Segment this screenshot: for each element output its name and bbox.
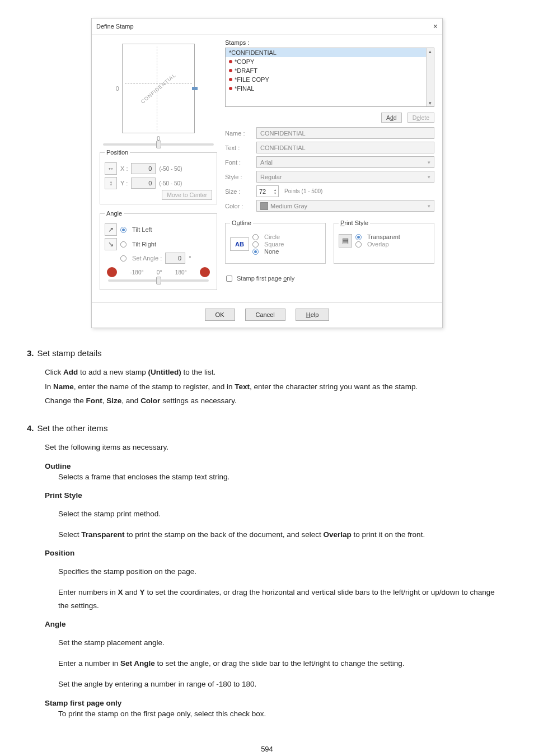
preview-zero-v: 0 xyxy=(116,86,119,92)
color-select[interactable]: Medium Gray▾ xyxy=(256,200,434,212)
chevron-down-icon: ▾ xyxy=(429,100,432,106)
x-field[interactable]: 0 xyxy=(131,163,156,174)
printstyle-icon: ▤ xyxy=(339,234,352,248)
stamp-preview: CONFIDENTIAL 0 0 xyxy=(122,44,195,133)
def-angle-term: Angle xyxy=(45,620,507,628)
size-hint: Points (1 - 500) xyxy=(284,188,322,194)
list-item[interactable]: *FILE COPY xyxy=(226,75,434,84)
stamps-listbox[interactable]: *CONFIDENTIAL *COPY *DRAFT *FILE COPY *F… xyxy=(225,48,434,107)
outline-square-radio[interactable] xyxy=(252,241,259,248)
tilt-right-label: Tilt Right xyxy=(132,241,156,248)
list-item[interactable]: *COPY xyxy=(226,57,434,66)
transparent-label: Transparent xyxy=(367,234,400,240)
angle-legend: Angle xyxy=(105,210,124,217)
y-icon: ↕ xyxy=(105,177,117,189)
step-4: 4.Set the other items Set the following … xyxy=(27,423,507,720)
first-page-only-row: Stamp first page only xyxy=(226,275,433,282)
y-range: (-50 - 50) xyxy=(159,180,182,186)
def-printstyle-term: Print Style xyxy=(45,491,507,500)
outline-circle-label: Circle xyxy=(264,234,280,240)
def-angle-desc: Set the stamp placement angle. Enter a n… xyxy=(58,636,507,691)
dialog-title: Define Stamp xyxy=(96,23,134,30)
tilt-right-radio[interactable] xyxy=(120,241,127,248)
outline-square-label: Square xyxy=(264,241,284,248)
def-position-term: Position xyxy=(45,549,507,557)
printstyle-group: Print Style ▤ Transparent Overlap xyxy=(334,220,434,264)
chevron-down-icon: ▾ xyxy=(428,203,430,209)
outline-group: Outline AB Circle Square None xyxy=(225,220,326,264)
printstyle-legend: Print Style xyxy=(339,220,370,226)
delete-button[interactable]: Delete xyxy=(407,113,434,123)
help-button[interactable]: Help xyxy=(296,309,330,321)
steps-list: 3.Set stamp details Click Add to add a n… xyxy=(27,348,507,720)
dialog-titlebar: Define Stamp × xyxy=(92,18,442,35)
first-page-only-label: Stamp first page only xyxy=(237,275,294,282)
cancel-button[interactable]: Cancel xyxy=(245,309,285,321)
add-button[interactable]: Add xyxy=(381,113,402,123)
preview-text: CONFIDENTIAL xyxy=(140,72,177,105)
left-column: CONFIDENTIAL 0 0 Position ↔ X : 0 (-50 -… xyxy=(100,39,217,296)
text-label: Text : xyxy=(225,144,251,151)
tilt-left-icon: ↗ xyxy=(105,223,117,236)
name-field[interactable]: CONFIDENTIAL xyxy=(256,127,434,139)
preview-h-slider[interactable] xyxy=(100,143,217,146)
font-select[interactable]: Arial▾ xyxy=(256,156,434,168)
def-firstpage-desc: To print the stamp on the first page onl… xyxy=(58,707,507,721)
close-icon[interactable]: × xyxy=(433,22,438,31)
preview-handle[interactable] xyxy=(192,87,198,90)
stamps-label: Stamps : xyxy=(225,39,434,46)
step-3: 3.Set stamp details Click Add to add a n… xyxy=(27,348,507,408)
color-swatch-icon xyxy=(260,202,268,210)
dialog-body: CONFIDENTIAL 0 0 Position ↔ X : 0 (-50 -… xyxy=(92,35,442,302)
definitions: Outline Selects a frame that encloses th… xyxy=(45,462,507,721)
angle-slider[interactable] xyxy=(105,279,212,282)
def-firstpage-term: Stamp first page only xyxy=(45,699,507,707)
text-field[interactable]: CONFIDENTIAL xyxy=(256,142,434,153)
position-legend: Position xyxy=(105,149,130,156)
y-field[interactable]: 0 xyxy=(131,178,156,189)
chevron-down-icon: ▾ xyxy=(428,160,430,165)
position-group: Position ↔ X : 0 (-50 - 50) ↕ Y : 0 (-50… xyxy=(100,149,217,204)
set-angle-label: Set Angle : xyxy=(132,255,162,262)
outline-none-label: None xyxy=(264,248,279,255)
angle-dial-right-icon xyxy=(200,267,210,277)
x-range: (-50 - 50) xyxy=(159,166,182,172)
def-position-desc: Specifies the stamp position on the page… xyxy=(58,565,507,612)
chevron-up-icon: ▴ xyxy=(429,49,432,54)
set-angle-radio[interactable] xyxy=(120,255,127,262)
angle-dial-left-icon xyxy=(107,267,117,277)
page-number: 594 xyxy=(27,745,507,753)
move-to-center-button[interactable]: Move to Center xyxy=(162,190,212,200)
transparent-radio[interactable] xyxy=(355,234,362,240)
name-label: Name : xyxy=(225,130,251,137)
font-label: Font : xyxy=(225,159,251,166)
list-item[interactable]: *CONFIDENTIAL xyxy=(226,48,434,57)
list-scrollbar[interactable]: ▴▾ xyxy=(426,48,434,106)
x-icon: ↔ xyxy=(105,162,117,175)
step-4-intro: Set the following items as necessary. xyxy=(45,441,507,454)
define-stamp-dialog: Define Stamp × CONFIDENTIAL 0 0 Position xyxy=(91,18,443,328)
def-printstyle-desc: Select the stamp print method. Select Tr… xyxy=(58,507,507,542)
step-4-header: 4.Set the other items xyxy=(27,423,507,433)
ok-button[interactable]: OK xyxy=(205,309,235,321)
outline-none-radio[interactable] xyxy=(252,249,259,255)
outline-preview-icon: AB xyxy=(230,237,249,251)
size-label: Size : xyxy=(225,188,251,195)
right-column: Stamps : *CONFIDENTIAL *COPY *DRAFT *FIL… xyxy=(225,39,434,296)
set-angle-field[interactable]: 0 xyxy=(165,253,185,264)
dialog-footer: OK Cancel Help xyxy=(92,302,442,328)
step-3-header: 3.Set stamp details xyxy=(27,348,507,358)
first-page-only-checkbox[interactable] xyxy=(226,276,232,282)
tilt-left-radio[interactable] xyxy=(120,227,127,233)
size-stepper[interactable]: 72▴▾ xyxy=(256,185,279,197)
style-select[interactable]: Regular▾ xyxy=(256,171,434,183)
angle-group: Angle ↗ Tilt Left ↘ Tilt Right Se xyxy=(100,210,217,290)
list-item[interactable]: *FINAL xyxy=(226,84,434,93)
overlap-radio[interactable] xyxy=(355,241,362,248)
color-label: Color : xyxy=(225,203,251,209)
degree-symbol: ° xyxy=(189,255,191,262)
def-outline-desc: Selects a frame that encloses the stamp … xyxy=(58,470,507,484)
chevron-down-icon: ▾ xyxy=(428,174,430,180)
list-item[interactable]: *DRAFT xyxy=(226,66,434,75)
outline-circle-radio[interactable] xyxy=(252,234,259,240)
